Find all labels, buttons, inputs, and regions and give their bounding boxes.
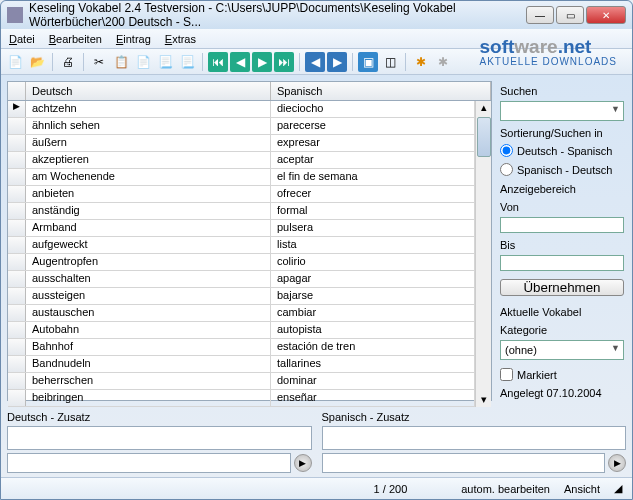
table-row[interactable]: ausschaltenapagar	[8, 271, 475, 288]
cell-de[interactable]: Bahnhof	[26, 339, 271, 355]
copy-icon[interactable]: 📋	[111, 52, 131, 72]
menu-entry[interactable]: Eintrag	[116, 33, 151, 45]
next-icon[interactable]: ▶	[252, 52, 272, 72]
table-row[interactable]: am Wochenendeel fin de semana	[8, 169, 475, 186]
cell-es[interactable]: dominar	[271, 373, 475, 389]
apply-button[interactable]: Übernehmen	[500, 279, 624, 296]
menu-edit[interactable]: Bearbeiten	[49, 33, 102, 45]
table-row[interactable]: ▶achtzehndieciocho	[8, 101, 475, 118]
cell-de[interactable]: Bandnudeln	[26, 356, 271, 372]
table-row[interactable]: anständigformal	[8, 203, 475, 220]
grid-body[interactable]: ▶achtzehndieciochoähnlich sehenparecerse…	[8, 101, 475, 407]
cell-de[interactable]: beherrschen	[26, 373, 271, 389]
nav2-icon[interactable]: ▶	[327, 52, 347, 72]
cell-es[interactable]: formal	[271, 203, 475, 219]
nav1-icon[interactable]: ◀	[305, 52, 325, 72]
column-header-deutsch[interactable]: Deutsch	[26, 82, 271, 100]
table-row[interactable]: aussteigenbajarse	[8, 288, 475, 305]
close-button[interactable]: ✕	[586, 6, 626, 24]
table-row[interactable]: beherrschendominar	[8, 373, 475, 390]
table-row[interactable]: Bahnhofestación de tren	[8, 339, 475, 356]
last-icon[interactable]: ⏭	[274, 52, 294, 72]
status-auto[interactable]: autom. bearbeiten	[461, 483, 550, 495]
cell-de[interactable]: ausschalten	[26, 271, 271, 287]
cell-es[interactable]: apagar	[271, 271, 475, 287]
scroll-thumb[interactable]	[477, 117, 491, 157]
cell-es[interactable]: expresar	[271, 135, 475, 151]
maximize-button[interactable]: ▭	[556, 6, 584, 24]
category-select[interactable]	[500, 340, 624, 360]
menu-extras[interactable]: Extras	[165, 33, 196, 45]
table-row[interactable]: anbietenofrecer	[8, 186, 475, 203]
play-right-icon[interactable]: ▶	[608, 454, 626, 472]
cell-de[interactable]: Augentropfen	[26, 254, 271, 270]
cell-de[interactable]: aufgeweckt	[26, 237, 271, 253]
print-icon[interactable]: 🖨	[58, 52, 78, 72]
cell-es[interactable]: autopista	[271, 322, 475, 338]
table-row[interactable]: äußernexpresar	[8, 135, 475, 152]
picture-icon[interactable]: ▣	[358, 52, 378, 72]
zusatz-left-text[interactable]	[7, 426, 312, 450]
status-view[interactable]: Ansicht	[564, 483, 600, 495]
cell-de[interactable]: beibringen	[26, 390, 271, 406]
table-row[interactable]: akzeptierenaceptar	[8, 152, 475, 169]
zusatz-right-text[interactable]	[322, 426, 627, 450]
play-left-icon[interactable]: ▶	[294, 454, 312, 472]
radio-de-es[interactable]	[500, 144, 513, 157]
star-icon[interactable]: ✱	[433, 52, 453, 72]
table-row[interactable]: austauschencambiar	[8, 305, 475, 322]
cell-es[interactable]: aceptar	[271, 152, 475, 168]
cell-es[interactable]: bajarse	[271, 288, 475, 304]
paste-icon[interactable]: 📄	[133, 52, 153, 72]
cell-es[interactable]: colirio	[271, 254, 475, 270]
column-header-spanisch[interactable]: Spanisch	[271, 82, 491, 100]
cell-de[interactable]: ähnlich sehen	[26, 118, 271, 134]
prev-icon[interactable]: ◀	[230, 52, 250, 72]
cell-de[interactable]: Autobahn	[26, 322, 271, 338]
cell-es[interactable]: pulsera	[271, 220, 475, 236]
cell-es[interactable]: lista	[271, 237, 475, 253]
cell-de[interactable]: äußern	[26, 135, 271, 151]
cell-es[interactable]: cambiar	[271, 305, 475, 321]
table-row[interactable]: Bandnudelntallarines	[8, 356, 475, 373]
cell-es[interactable]: estación de tren	[271, 339, 475, 355]
first-icon[interactable]: ⏮	[208, 52, 228, 72]
open-icon[interactable]: 📂	[27, 52, 47, 72]
cell-de[interactable]: aussteigen	[26, 288, 271, 304]
from-input[interactable]	[500, 217, 624, 233]
add-icon[interactable]: ✱	[411, 52, 431, 72]
cell-es[interactable]: el fin de semana	[271, 169, 475, 185]
cell-de[interactable]: austauschen	[26, 305, 271, 321]
cell-de[interactable]: am Wochenende	[26, 169, 271, 185]
cut-icon[interactable]: ✂	[89, 52, 109, 72]
zusatz-left-input[interactable]	[7, 453, 291, 473]
cell-es[interactable]: dieciocho	[271, 101, 475, 117]
cell-de[interactable]: anständig	[26, 203, 271, 219]
cell-de[interactable]: anbieten	[26, 186, 271, 202]
doc-icon[interactable]: 📃	[155, 52, 175, 72]
zusatz-right-input[interactable]	[322, 453, 606, 473]
table-row[interactable]: Armbandpulsera	[8, 220, 475, 237]
cell-es[interactable]: tallarines	[271, 356, 475, 372]
table-row[interactable]: aufgewecktlista	[8, 237, 475, 254]
radio-es-de[interactable]	[500, 163, 513, 176]
scrollbar[interactable]: ▴ ▾	[475, 101, 491, 407]
grid-icon[interactable]: ◫	[380, 52, 400, 72]
table-row[interactable]: Augentropfencolirio	[8, 254, 475, 271]
cell-de[interactable]: achtzehn	[26, 101, 271, 117]
search-input[interactable]	[500, 101, 624, 121]
marked-checkbox[interactable]	[500, 368, 513, 381]
minimize-button[interactable]: —	[526, 6, 554, 24]
cell-es[interactable]: ofrecer	[271, 186, 475, 202]
table-row[interactable]: beibringenenseñar	[8, 390, 475, 407]
cell-de[interactable]: akzeptieren	[26, 152, 271, 168]
table-row[interactable]: ähnlich sehenparecerse	[8, 118, 475, 135]
cell-es[interactable]: enseñar	[271, 390, 475, 406]
new-icon[interactable]: 📄	[5, 52, 25, 72]
resize-grip-icon[interactable]: ◢	[614, 482, 622, 495]
cell-de[interactable]: Armband	[26, 220, 271, 236]
menu-file[interactable]: Datei	[9, 33, 35, 45]
doc2-icon[interactable]: 📃	[177, 52, 197, 72]
to-input[interactable]	[500, 255, 624, 271]
cell-es[interactable]: parecerse	[271, 118, 475, 134]
